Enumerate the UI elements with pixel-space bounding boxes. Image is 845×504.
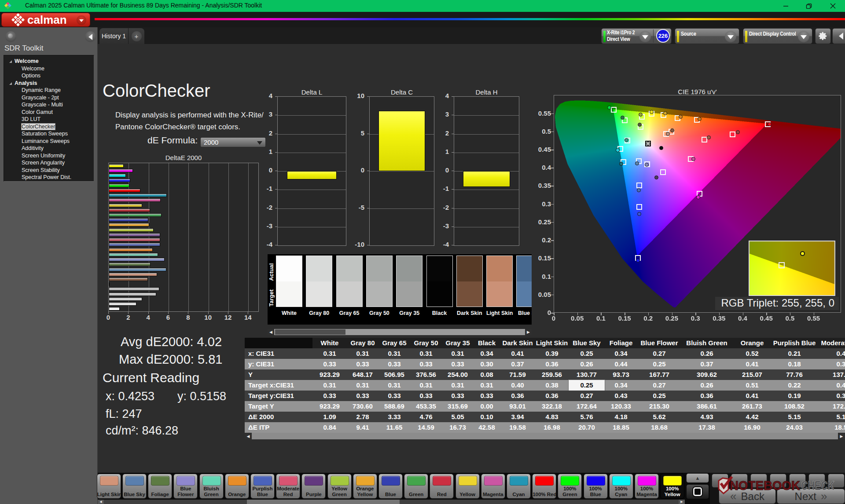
patch-button-magenta[interactable]: Magenta [481,474,505,499]
table-cell[interactable]: 0.31 [347,380,378,391]
table-cell[interactable]: 0.08 [474,369,500,380]
table-cell[interactable]: 0.34 [605,380,637,391]
table-cell[interactable]: 0.84 [312,422,347,433]
table-cell[interactable]: 11.65 [378,422,410,433]
table-cell[interactable]: 0.39 [535,348,569,359]
patch-button-cyan[interactable]: Cyan [507,474,531,499]
patch-button-100-green[interactable]: 100% Green [558,474,582,499]
sidebar-led-icon[interactable] [5,31,16,42]
table-cell[interactable]: 5.76 [569,412,605,422]
table-cell[interactable]: 0.33 [410,391,442,401]
tree-group-welcome[interactable]: Welcome [4,58,94,65]
table-cell[interactable]: 18.85 [605,422,637,433]
table-cell[interactable]: 0.22 [772,380,817,391]
table-cell[interactable]: 172.43 [817,401,845,412]
table-cell[interactable]: 588.69 [378,401,410,412]
settings-button[interactable] [815,28,831,44]
meter-dropdown[interactable]: X-Rite i1Pro 2 Direct View 226 [601,28,672,44]
table-cell[interactable]: 0.33 [442,359,474,369]
patch-button-light-skin[interactable]: Light Skin [97,474,121,499]
table-cell[interactable]: 0.31 [378,380,410,391]
table-cell[interactable]: 0.34 [474,348,500,359]
display-control-dropdown[interactable]: Direct Display Control [743,28,812,44]
patch-button-orange[interactable]: Orange [225,474,249,499]
table-cell[interactable]: 0.36 [535,359,569,369]
table-cell[interactable]: 0.48 [817,348,845,359]
table-cell[interactable]: 71.59 [500,369,535,380]
column-header-gray-80[interactable]: Gray 80 [347,338,378,348]
table-cell[interactable]: 0.41 [732,391,772,401]
table-cell[interactable]: 0.31 [378,348,410,359]
patch-button-yellow[interactable]: Yellow [456,474,480,499]
table-cell[interactable]: 0.33 [410,359,442,369]
table-cell[interactable]: 0.33 [442,391,474,401]
table-cell[interactable]: 77.76 [772,369,817,380]
add-tab-button[interactable]: + [129,28,144,44]
table-cell[interactable]: 5.05 [442,412,474,422]
table-cell[interactable]: 309.62 [681,369,732,380]
table-cell[interactable]: 0.36 [500,391,535,401]
scroll-thumb[interactable] [247,500,400,504]
table-cell[interactable]: 0.41 [732,359,772,369]
maximize-button[interactable] [799,0,819,12]
table-cell[interactable]: 9.41 [347,422,378,433]
scroll-right-arrow[interactable]: ▶ [525,329,532,335]
table-cell[interactable]: 261.73 [732,401,772,412]
table-cell[interactable]: 0.31 [410,348,442,359]
table-cell[interactable]: 0.19 [772,391,817,401]
patch-button-blue-flower[interactable]: Blue Flower [173,474,198,499]
table-cell[interactable]: 5.15 [772,412,817,422]
table-cell[interactable]: 16.90 [732,422,772,433]
table-cell[interactable]: 0.44 [605,359,637,369]
table-cell[interactable]: 0.25 [569,348,605,359]
table-cell[interactable]: 0.34 [605,348,637,359]
patch-button-100-cyan[interactable]: 100% Cyan [609,474,633,499]
table-cell[interactable]: 14.59 [410,422,442,433]
column-header-moderate-red[interactable]: Moderate Red [817,338,845,348]
table-cell[interactable]: 18.55 [817,422,845,433]
tree-item-3d-lut[interactable]: 3D LUT [4,116,94,123]
patch-button-blue[interactable]: Blue [378,474,403,499]
table-cell[interactable]: 730.60 [347,401,378,412]
table-cell[interactable]: 120.33 [605,401,637,412]
table-cell[interactable]: 0.26 [681,380,732,391]
column-header-gray-50[interactable]: Gray 50 [410,338,442,348]
table-cell[interactable]: 0.33 [347,391,378,401]
table-cell[interactable]: 0.52 [732,348,772,359]
column-header-dark-skin[interactable]: Dark Skin [500,338,535,348]
swatch-scrollbar[interactable]: ◀▶ [268,329,532,335]
table-cell[interactable]: 259.56 [535,369,569,380]
expand-panel-button[interactable] [832,28,845,44]
column-header-foliage[interactable]: Foliage [605,338,637,348]
table-cell[interactable]: 42.58 [474,422,500,433]
patch-button-orange-yellow[interactable]: Orange Yellow [353,474,377,499]
tree-item-additivity[interactable]: Additivity [4,145,94,152]
column-header-white[interactable]: White [312,338,347,348]
table-cell[interactable]: 923.29 [312,401,347,412]
patch-button-bluish-green[interactable]: Bluish Green [199,474,224,499]
tab-history-1[interactable]: History 1 [99,28,129,44]
tree-item-grayscale-multi[interactable]: Grayscale - Multi [4,101,94,109]
table-cell[interactable]: 0.00 [474,401,500,412]
patch-button-purplish-blue[interactable]: Purplish Blue [250,474,275,499]
table-cell[interactable]: 172.64 [569,401,605,412]
meter-count-badge[interactable]: 226 [656,29,670,43]
column-header-light-skin[interactable]: Light Skin [535,338,569,348]
table-cell[interactable]: 3.33 [378,412,410,422]
table-cell[interactable]: 506.95 [378,369,410,380]
sidebar-collapse-button[interactable] [85,31,96,42]
scroll-right-arrow[interactable]: ▶ [679,500,685,504]
column-header-blue-sky[interactable]: Blue Sky [569,338,605,348]
column-header-gray-35[interactable]: Gray 35 [442,338,474,348]
patch-button-100-blue[interactable]: 100% Blue [584,474,608,499]
stop-button[interactable] [686,484,709,499]
table-cell[interactable]: 0.10 [474,412,500,422]
table-cell[interactable]: 0.31 [442,380,474,391]
table-cell[interactable]: 0.33 [312,359,347,369]
table-cell[interactable]: 20.70 [569,422,605,433]
patch-button-yellow-green[interactable]: Yellow Green [327,474,352,499]
table-cell[interactable]: 16.73 [442,422,474,433]
table-cell[interactable]: 5.16 [817,412,845,422]
tree-item-saturation-sweeps[interactable]: Saturation Sweeps [4,130,94,138]
table-cell[interactable]: 0.38 [535,380,569,391]
